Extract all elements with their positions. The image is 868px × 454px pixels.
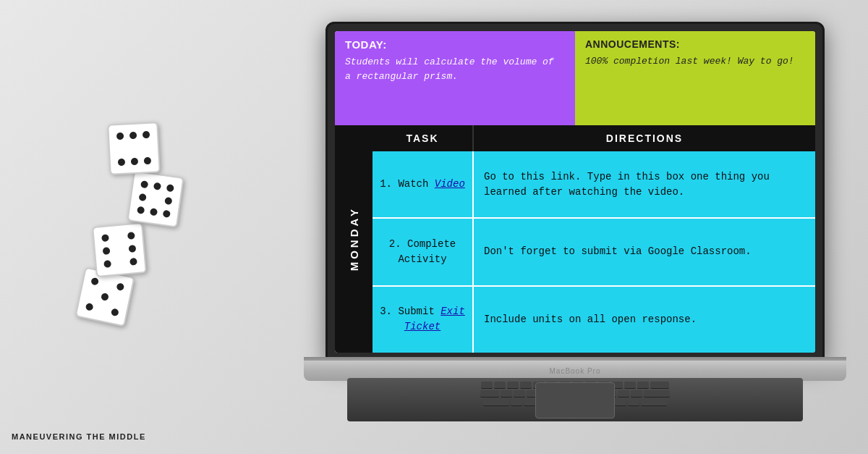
key[interactable] [631,390,642,398]
key[interactable] [644,390,670,398]
laptop-brand: MacBook Pro [549,367,600,375]
main-table: TASK DIRECTIONS 1. Watch Video Go to thi… [373,125,815,353]
key[interactable] [511,399,522,406]
th-directions: DIRECTIONS [474,125,815,151]
announcements-label: ANNOUCEMENTS: [585,38,805,50]
directions-1-text: Go to this link. Type in this box one th… [484,169,805,200]
key[interactable] [483,399,509,406]
key[interactable] [618,390,629,398]
task-2-text: 2. Complete Activity [380,237,465,267]
key[interactable] [524,399,535,406]
die-2 [127,170,184,227]
die-1 [92,222,147,277]
key[interactable] [507,382,519,389]
task-cell-3: 3. Submit Exit Ticket [373,287,474,353]
video-link[interactable]: Video [435,178,465,190]
directions-cell-1: Go to this link. Type in this box one th… [474,151,815,217]
today-label: TODAY: [345,38,565,51]
key[interactable] [480,390,499,398]
task-cell-2: 2. Complete Activity [373,219,474,285]
directions-2-text: Don't forget to submit via Google Classr… [484,244,752,259]
today-text: Students will calculate the volume of a … [345,55,565,83]
announcements-box: ANNOUCEMENTS: 100% completion last week!… [575,31,815,125]
exit-ticket-link[interactable]: Exit Ticket [404,306,465,332]
watermark: MANEUVERING THE MIDDLE [12,432,146,441]
task-cell-1: 1. Watch Video [373,151,474,217]
key[interactable] [501,390,512,398]
task-1-text: 1. Watch Video [380,177,465,192]
table-header: TASK DIRECTIONS [373,125,815,151]
today-box: TODAY: Students will calculate the volum… [335,31,575,125]
key[interactable] [650,382,669,389]
th-task: TASK [373,125,474,151]
directions-cell-2: Don't forget to submit via Google Classr… [474,219,815,285]
key[interactable] [637,382,649,389]
key[interactable] [628,399,639,406]
key[interactable] [514,390,525,398]
top-section: TODAY: Students will calculate the volum… [335,31,815,125]
announcements-text: 100% completion last week! Way to go! [585,54,805,69]
trackpad[interactable] [535,382,615,419]
screen-inner: TODAY: Students will calculate the volum… [335,31,815,353]
screen-content: TODAY: Students will calculate the volum… [335,31,815,353]
directions-3-text: Include units on all open response. [484,312,697,327]
table-container: MONDAY TASK DIRECTIONS 1. Watch Video [335,125,815,353]
key[interactable] [641,399,667,406]
task-3-text: 3. Submit Exit Ticket [380,304,465,335]
key[interactable] [624,382,636,389]
die-3 [107,122,161,175]
table-row-3: 3. Submit Exit Ticket Include units on a… [373,287,815,353]
key[interactable] [481,382,493,389]
monday-sidebar: MONDAY [335,125,373,353]
directions-cell-3: Include units on all open response. [474,287,815,353]
key[interactable] [520,382,532,389]
table-row: 1. Watch Video Go to this link. Type in … [373,151,815,219]
table-row-2: 2. Complete Activity Don't forget to sub… [373,219,815,286]
key[interactable] [494,382,506,389]
key[interactable] [615,399,626,406]
laptop: TODAY: Students will calculate the volum… [304,22,846,434]
day-label: MONDAY [348,206,360,271]
screen-bezel: TODAY: Students will calculate the volum… [326,22,825,362]
